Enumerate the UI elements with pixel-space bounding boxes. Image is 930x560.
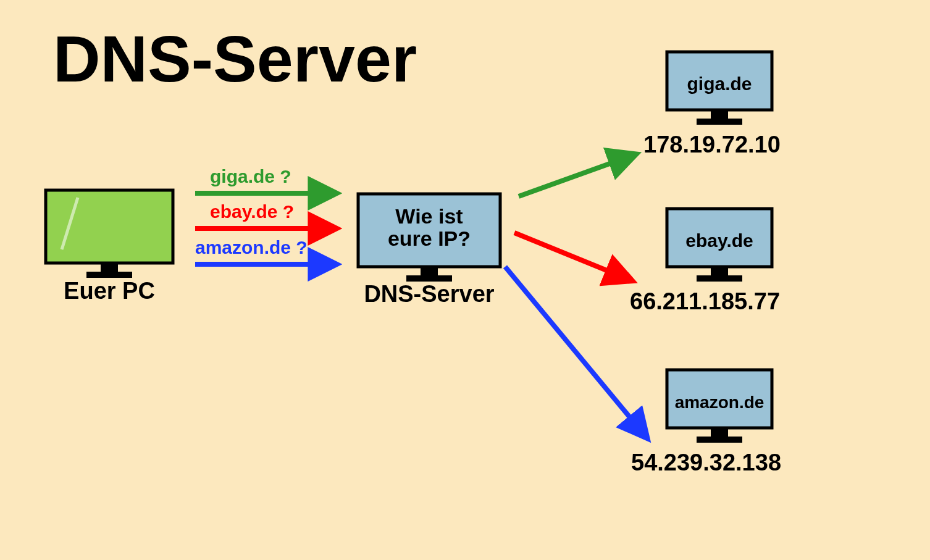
arrow-to-amazon — [505, 267, 642, 432]
query-amazon-label: amazon.de ? — [195, 237, 308, 258]
server-amazon-domain: amazon.de — [675, 393, 765, 412]
svg-rect-2 — [101, 263, 118, 272]
user-pc-label: Euer PC — [46, 278, 173, 304]
server-giga-domain: giga.de — [687, 73, 752, 94]
server-ebay-domain: ebay.de — [685, 230, 753, 251]
server-amazon-icon: amazon.de — [667, 370, 772, 443]
svg-rect-12 — [697, 275, 742, 282]
svg-rect-11 — [711, 267, 728, 275]
dns-screen-line2: eure IP? — [388, 227, 471, 250]
dns-screen-line1: Wie ist — [395, 204, 463, 228]
query-giga-label: giga.de ? — [210, 166, 291, 187]
arrow-to-giga — [519, 157, 629, 196]
svg-rect-5 — [421, 267, 438, 275]
svg-rect-14 — [711, 428, 728, 437]
arrow-to-ebay — [514, 233, 625, 278]
svg-rect-9 — [697, 119, 742, 125]
user-pc-icon — [46, 190, 173, 278]
dns-server-label: DNS-Server — [352, 281, 506, 307]
server-amazon-ip: 54.239.32.138 — [631, 449, 781, 476]
svg-rect-15 — [697, 437, 742, 443]
server-ebay-ip: 66.211.185.77 — [630, 288, 780, 315]
svg-rect-0 — [46, 190, 173, 263]
server-giga-ip: 178.19.72.10 — [643, 132, 781, 158]
server-giga-icon: giga.de — [667, 52, 772, 125]
svg-rect-8 — [711, 110, 728, 119]
query-ebay-label: ebay.de ? — [210, 201, 294, 222]
server-ebay-icon: ebay.de — [667, 209, 772, 282]
svg-rect-3 — [86, 272, 132, 278]
dns-server-icon: Wie ist eure IP? — [358, 194, 500, 282]
